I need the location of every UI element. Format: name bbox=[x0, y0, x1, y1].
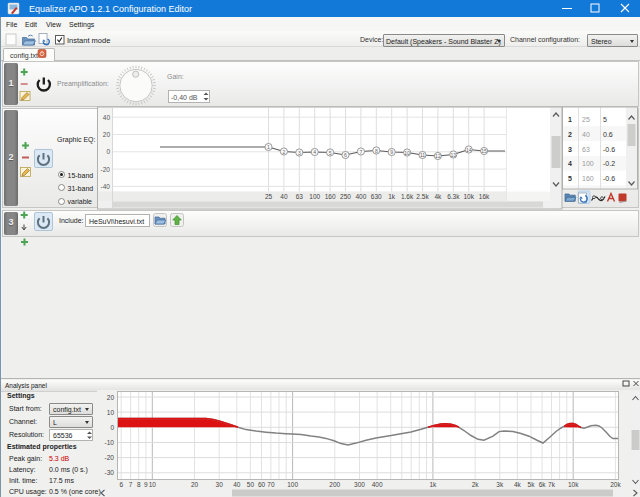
svg-text:20: 20 bbox=[191, 481, 199, 488]
svg-text:30: 30 bbox=[216, 481, 224, 488]
svg-text:9: 9 bbox=[144, 481, 148, 488]
svg-text:10k: 10k bbox=[568, 481, 579, 488]
svg-text:40: 40 bbox=[233, 481, 241, 488]
svg-text:2k: 2k bbox=[472, 481, 480, 488]
svg-text:-10: -10 bbox=[105, 439, 115, 446]
svg-text:4k: 4k bbox=[514, 481, 522, 488]
svg-text:20: 20 bbox=[107, 394, 115, 401]
svg-text:200: 200 bbox=[329, 481, 340, 488]
svg-text:10: 10 bbox=[107, 409, 115, 416]
svg-text:6k: 6k bbox=[539, 481, 547, 488]
svg-text:100: 100 bbox=[287, 481, 298, 488]
svg-text:60: 60 bbox=[258, 481, 266, 488]
svg-text:10: 10 bbox=[149, 481, 157, 488]
svg-text:70: 70 bbox=[267, 481, 275, 488]
svg-text:-20: -20 bbox=[105, 454, 115, 461]
svg-text:50: 50 bbox=[247, 481, 255, 488]
svg-text:6: 6 bbox=[119, 481, 123, 488]
svg-text:20k: 20k bbox=[610, 481, 621, 488]
svg-text:7: 7 bbox=[129, 481, 133, 488]
svg-text:5k: 5k bbox=[528, 481, 536, 488]
svg-text:400: 400 bbox=[372, 481, 383, 488]
svg-text:-30: -30 bbox=[105, 469, 115, 476]
svg-text:3k: 3k bbox=[496, 481, 504, 488]
svg-text:7k: 7k bbox=[548, 481, 556, 488]
svg-text:300: 300 bbox=[354, 481, 365, 488]
svg-text:8: 8 bbox=[137, 481, 141, 488]
svg-text:1k: 1k bbox=[429, 481, 437, 488]
svg-text:0: 0 bbox=[110, 424, 114, 431]
